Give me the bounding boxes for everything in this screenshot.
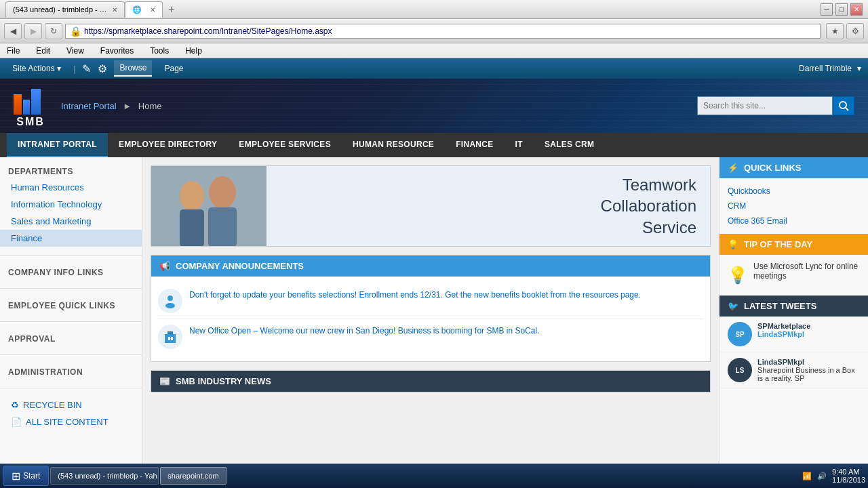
industry-news-section: 📰 SMB INDUSTRY NEWS — [151, 370, 711, 392]
administration-heading: ADMINISTRATION — [0, 363, 142, 380]
nav-finance[interactable]: FINANCE — [445, 133, 504, 157]
svg-point-3 — [180, 181, 204, 211]
breadcrumb: Intranet Portal ► Home — [61, 101, 161, 111]
breadcrumb-portal-link[interactable]: Intranet Portal — [61, 101, 117, 111]
svg-point-0 — [840, 102, 846, 108]
nav-intranet-portal[interactable]: INTRANET PORTAL — [7, 133, 108, 157]
browse-tab[interactable]: Browse — [114, 60, 152, 77]
quick-links-section: ⚡ QUICK LINKS Quickbooks CRM Office 365 … — [719, 157, 868, 234]
departments-heading: DEPARTMENTS — [0, 163, 142, 179]
tab-close-sharepoint[interactable]: ✕ — [150, 6, 155, 14]
employee-quick-heading: EMPLOYEE QUICK LINKS — [0, 297, 142, 313]
announcements-section: 📢 COMPANY ANNOUNCEMENTS Don't forget to … — [151, 255, 711, 362]
search-input[interactable] — [697, 96, 833, 115]
address-bar[interactable]: 🔒 https://spmarketplace.sharepoint.com/I… — [65, 24, 821, 39]
person-icon — [162, 293, 178, 309]
sidebar-sales-marketing[interactable]: Sales and Marketing — [0, 213, 142, 230]
industry-news-header: 📰 SMB INDUSTRY NEWS — [151, 371, 710, 392]
announcement-1: Don't forget to update your benefits sel… — [158, 283, 703, 319]
menu-tools[interactable]: Tools — [147, 45, 172, 57]
sidebar-human-resources[interactable]: Human Resources — [0, 179, 142, 196]
favorites-button[interactable]: ★ — [826, 23, 844, 39]
close-button[interactable]: ✕ — [850, 3, 863, 16]
search-button[interactable] — [833, 96, 854, 115]
quick-links-header: ⚡ QUICK LINKS — [719, 157, 868, 178]
sidebar-all-site-content[interactable]: 📄 ALL SITE CONTENT — [0, 413, 142, 430]
menu-favorites[interactable]: Favorites — [98, 45, 136, 57]
tip-bulb-icon: 💡 — [728, 262, 748, 289]
tweet-avatar-1: SP — [728, 322, 752, 346]
announcement-text-2[interactable]: New Office Open – Welcome our new crew i… — [189, 325, 539, 349]
site-actions-button[interactable]: Site Actions ▾ — [7, 61, 66, 76]
hero-line1: TeamworkCollaborationService — [280, 174, 696, 238]
system-tray: 📶 🔊 9:40 AM 11/8/2013 — [802, 468, 865, 484]
back-button[interactable]: ◀ — [4, 23, 22, 39]
link-quickbooks[interactable]: Quickbooks — [728, 184, 860, 199]
sidebar-finance[interactable]: Finance — [0, 230, 142, 247]
forward-button[interactable]: ▶ — [24, 23, 42, 39]
nav-human-resource[interactable]: HUMAN RESOURCE — [342, 133, 445, 157]
nav-employee-directory[interactable]: EMPLOYEE DIRECTORY — [108, 133, 228, 157]
settings-page-icon[interactable]: ⚙ — [98, 62, 107, 75]
menu-edit[interactable]: Edit — [33, 45, 53, 57]
user-dropdown[interactable]: ▾ — [857, 64, 861, 73]
menu-file[interactable]: File — [4, 45, 22, 57]
minimize-button[interactable]: ─ — [821, 3, 833, 16]
nav-sales-crm[interactable]: SALES CRM — [534, 133, 605, 157]
announcements-body: Don't forget to update your benefits sel… — [151, 277, 710, 361]
departments-section: DEPARTMENTS Human Resources Information … — [0, 157, 142, 252]
user-name: Darrell Trimble — [799, 64, 852, 73]
svg-point-8 — [165, 303, 175, 308]
edit-page-icon[interactable]: ✎ — [82, 62, 91, 75]
tip-section: 💡 TIP OF THE DAY 💡 Use Microsoft Lync fo… — [719, 234, 868, 296]
nav-it[interactable]: IT — [505, 133, 534, 157]
maximize-button[interactable]: □ — [835, 3, 848, 16]
link-office365[interactable]: Office 365 Email — [728, 214, 860, 228]
announcements-header: 📢 COMPANY ANNOUNCEMENTS — [151, 256, 710, 277]
clock: 9:40 AM 11/8/2013 — [832, 468, 865, 484]
approval-section: APPROVAL — [0, 325, 142, 352]
main-content: DEPARTMENTS Human Resources Information … — [0, 157, 868, 469]
svg-rect-6 — [208, 207, 237, 247]
tab-yahoo[interactable]: (543 unread) - trimbledp - Yah... ✕ — [5, 1, 125, 18]
tweet-content-1: SPMarketplace LindaSPMkpl — [757, 322, 810, 346]
tab-close-yahoo[interactable]: ✕ — [112, 6, 117, 14]
taskbar-sharepoint[interactable]: sharepoint.com — [160, 467, 226, 485]
svg-rect-10 — [167, 331, 173, 334]
svg-point-5 — [209, 176, 236, 209]
announcement-text-1[interactable]: Don't forget to update your benefits sel… — [189, 289, 641, 313]
twitter-icon: 🐦 — [728, 301, 738, 311]
taskbar-yahoo[interactable]: (543 unread) - trimbledp - Yah... — [50, 467, 159, 485]
megaphone-icon: 📢 — [159, 261, 170, 271]
sidebar-recycle-bin[interactable]: ♻ RECYCLE BIN — [0, 396, 142, 413]
logo-icon: SMB — [14, 89, 47, 123]
tweet-avatar-2: LS — [728, 358, 752, 382]
hero-illustration — [151, 165, 267, 247]
link-crm[interactable]: CRM — [728, 199, 860, 214]
nav-employee-services[interactable]: EMPLOYEE SERVICES — [228, 133, 342, 157]
start-button[interactable]: ⊞ Start — [3, 466, 49, 486]
announcement-icon-2 — [158, 325, 182, 349]
title-bar: (543 unread) - trimbledp - Yah... ✕ 🌐 ✕ … — [0, 0, 868, 19]
page-tab[interactable]: Page — [159, 61, 189, 76]
sidebar: DEPARTMENTS Human Resources Information … — [0, 157, 142, 469]
hero-section: TeamworkCollaborationService — [151, 165, 711, 247]
announcement-2: New Office Open – Welcome our new crew i… — [158, 319, 703, 354]
tab-sharepoint[interactable]: 🌐 ✕ — [125, 1, 163, 18]
menu-help[interactable]: Help — [182, 45, 205, 57]
search-area — [697, 96, 854, 115]
company-info-section: COMPANY INFO LINKS — [0, 258, 142, 285]
announcement-icon-1 — [158, 289, 182, 313]
taskbar: ⊞ Start (543 unread) - trimbledp - Yah..… — [0, 464, 868, 488]
refresh-button[interactable]: ↻ — [45, 23, 62, 39]
menu-view[interactable]: View — [64, 45, 87, 57]
sidebar-information-technology[interactable]: Information Technology — [0, 196, 142, 213]
tools-button[interactable]: ⚙ — [846, 23, 864, 39]
secure-icon: 🔒 — [70, 26, 81, 37]
tweet-content-2: LindaSPMkpl Sharepoint Business in a Box… — [757, 358, 860, 382]
main-area: TeamworkCollaborationService 📢 COMPANY A… — [142, 157, 719, 469]
new-tab-button[interactable]: + — [168, 3, 174, 16]
sp-header: SMB Intranet Portal ► Home — [0, 79, 868, 133]
svg-point-7 — [167, 296, 173, 301]
menu-bar: File Edit View Favorites Tools Help — [0, 43, 868, 58]
